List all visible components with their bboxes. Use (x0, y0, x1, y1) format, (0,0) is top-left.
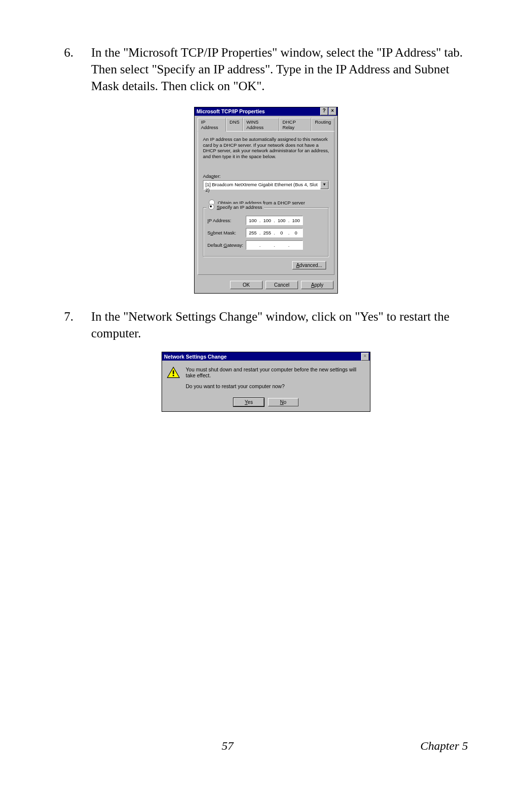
tabs-row: IP Address DNS WINS Address DHCP Relay R… (195, 116, 337, 131)
subnet-mask-input[interactable]: 255. 255. 0. 0 (246, 228, 303, 237)
step-7: 7. In the "Network Settings Change" wind… (64, 308, 468, 342)
tab-ip-address[interactable]: IP Address (198, 118, 226, 132)
page-number: 57 (222, 739, 233, 753)
chapter-label: Chapter 5 (420, 739, 468, 753)
adapter-value: [1] Broadcom NetXtreme Gigabit Ethernet … (203, 181, 320, 189)
subnet-mask-label: Subnet Mask: (207, 230, 246, 235)
tcpip-titlebar: Microsoft TCP/IP Properties ? × (195, 107, 337, 116)
adapter-label: Adapter: (203, 173, 329, 179)
tab-wins[interactable]: WINS Address (243, 118, 279, 131)
tcpip-title: Microsoft TCP/IP Properties (197, 108, 320, 114)
step-7-number: 7. (64, 308, 91, 342)
ip-address-input[interactable]: 100. 100. 100. 100 (246, 216, 303, 225)
tab-dns[interactable]: DNS (226, 118, 243, 131)
tab-dhcp-relay[interactable]: DHCP Relay (279, 118, 312, 131)
page-footer: 57 Chapter 5 (64, 739, 468, 753)
close-button[interactable]: × (329, 107, 336, 115)
step-6-number: 6. (64, 44, 91, 95)
advanced-button[interactable]: Advanced... (292, 261, 326, 269)
svg-rect-2 (173, 375, 174, 376)
dialog-buttons: OK Cancel Apply (195, 278, 337, 293)
warning-icon (167, 366, 180, 378)
default-gateway-label: Default Gateway: (207, 242, 246, 248)
msgbox-line1: You must shut down and restart your comp… (186, 366, 365, 378)
yes-button[interactable]: Yes (233, 398, 264, 406)
ok-button[interactable]: OK (230, 281, 263, 289)
network-settings-change-dialog: Network Settings Change × You must shut … (162, 352, 370, 412)
radio-specify-label: Specify an IP address (217, 204, 262, 210)
radio-specify[interactable] (208, 204, 214, 210)
tab-routing[interactable]: Routing (311, 118, 334, 131)
ip-address-label: IP Address: (207, 218, 246, 223)
msgbox-title: Network Settings Change (164, 354, 361, 360)
default-gateway-input[interactable]: . . . (246, 240, 303, 250)
ip-address-panel: An IP address can be automatically assig… (198, 131, 334, 275)
help-button[interactable]: ? (320, 107, 328, 115)
msgbox-line2: Do you want to restart your computer now… (186, 383, 365, 389)
msgbox-text: You must shut down and restart your comp… (186, 366, 365, 394)
svg-rect-1 (173, 370, 174, 374)
cancel-button[interactable]: Cancel (266, 281, 298, 289)
step-6-text: In the "Microsoft TCP/IP Properties" win… (91, 44, 468, 95)
adapter-combobox[interactable]: [1] Broadcom NetXtreme Gigabit Ethernet … (203, 180, 329, 190)
step-7-text: In the "Network Settings Change" window,… (91, 308, 468, 342)
radio-specify-row[interactable]: Specify an IP address (206, 204, 264, 210)
tcpip-properties-dialog: Microsoft TCP/IP Properties ? × IP Addre… (194, 107, 338, 294)
msgbox-close-button[interactable]: × (361, 353, 369, 361)
no-button[interactable]: No (268, 398, 299, 406)
msgbox-titlebar: Network Settings Change × (162, 352, 370, 361)
apply-button[interactable]: Apply (301, 281, 333, 289)
specify-group: Specify an IP address IP Address: 100. 1… (203, 207, 329, 257)
description-text: An IP address can be automatically assig… (203, 136, 329, 160)
msgbox-buttons: Yes No (162, 398, 370, 411)
step-6: 6. In the "Microsoft TCP/IP Properties" … (64, 44, 468, 95)
chevron-down-icon[interactable]: ▼ (320, 181, 329, 189)
